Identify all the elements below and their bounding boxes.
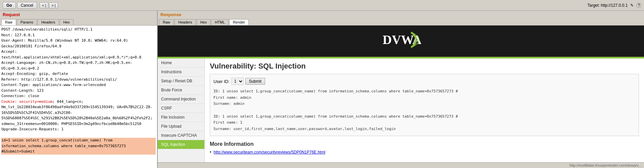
dvwa-nav: Home Instructions Setup / Reset DB Brute… xyxy=(158,58,205,162)
dvwa-logo: DVWA xyxy=(381,31,421,52)
dvwa-page-title: Vulnerability: SQL Injection xyxy=(210,62,639,71)
dvwa-main-content: Vulnerability: SQL Injection User ID: 1 … xyxy=(205,58,644,162)
nav-setup[interactable]: Setup / Reset DB xyxy=(158,77,204,86)
dvwa-frame: DVWA Home Instructions Setup / Reset xyxy=(158,26,644,162)
nav-brute-force[interactable]: Brute Force xyxy=(158,86,204,95)
nav-home[interactable]: Home xyxy=(158,58,204,68)
nav-file-upload[interactable]: File Upload xyxy=(158,122,204,131)
req-line-3: User-Agent: Mozilla/5.0 (Windows NT 10.0… xyxy=(1,38,156,49)
vuln-box: User ID: 1 2 Submit ID: 1 union select 1… xyxy=(210,74,639,136)
req-line-9: Content-Length: 123 xyxy=(1,88,156,94)
main-layout: Request Raw Params Headers Hex POST /dvw… xyxy=(0,11,644,168)
target-info: Target: http://127.0.0.1 ✎ ? xyxy=(587,3,641,8)
req-line-cookie: Cookie: security=medium; 044_lang=cn; Hm… xyxy=(1,99,156,127)
resp-tab-hex[interactable]: Hex xyxy=(197,19,211,25)
req-line-6: Accept-Encoding: gzip, deflate xyxy=(1,71,156,77)
tab-headers[interactable]: Headers xyxy=(38,19,59,25)
result-line-4: ID: 1 union select 1,group_concat(column… xyxy=(213,114,458,119)
req-line-1: POST /dvwa/vulnerabilities/sqli/ HTTP/1.… xyxy=(1,27,156,33)
nav-command-injection[interactable]: Command Injection xyxy=(158,95,204,104)
status-url: http://mutillidae.linuxpentester.com/dvw… xyxy=(569,163,641,167)
status-bar: http://mutillidae.linuxpentester.com/dvw… xyxy=(158,162,644,168)
user-id-select[interactable]: 1 2 xyxy=(231,78,244,85)
top-bar: Go Cancel < | > | Target: http://127.0.0… xyxy=(0,0,644,11)
nav-file-inclusion[interactable]: File Inclusion xyxy=(158,113,204,122)
req-line-10: Connection: close xyxy=(1,93,156,99)
help-icon[interactable]: ? xyxy=(636,3,641,8)
nav-instructions[interactable]: Instructions xyxy=(158,68,204,77)
req-line-7: Referer: http://127.0.0.1/dvwa/vulnerabi… xyxy=(1,77,156,83)
result-output: ID: 1 union select 1,group_concat(column… xyxy=(213,88,635,132)
nav-csrf[interactable]: CSRF xyxy=(158,104,204,113)
resp-tab-raw[interactable]: Raw xyxy=(159,19,174,25)
nav-insecure-captcha[interactable]: Insecure CAPTCHA xyxy=(158,131,204,140)
result-line-3: Surname: admin xyxy=(213,101,245,106)
req-line-2: Host: 127.0.0.1 xyxy=(1,33,156,38)
nav-sql-injection[interactable]: SQL Injection xyxy=(158,140,204,149)
target-label: Target: http://127.0.0.1 xyxy=(587,3,628,8)
resp-tab-render[interactable]: Render xyxy=(229,19,249,25)
dvwa-header: DVWA xyxy=(158,26,644,57)
request-panel: Request Raw Params Headers Hex POST /dvw… xyxy=(0,11,158,168)
more-info-title: More Information xyxy=(210,141,639,147)
more-info-link[interactable]: http://www.securiteam.com/securityreview… xyxy=(214,150,326,155)
req-line-blank xyxy=(1,132,156,138)
result-line-6: Surname: user_id,first_name,last_name,us… xyxy=(213,127,396,131)
resp-tab-headers[interactable]: Headers xyxy=(175,19,196,25)
result-line-1: ID: 1 union select 1,group_concat(column… xyxy=(213,89,458,93)
tab-raw[interactable]: Raw xyxy=(1,19,16,25)
go-button[interactable]: Go xyxy=(3,2,16,9)
cancel-button[interactable]: Cancel xyxy=(17,2,37,9)
bullet-icon: • xyxy=(210,150,211,155)
request-tab-bar: Raw Params Headers Hex xyxy=(0,18,157,26)
edit-icon[interactable]: ✎ xyxy=(630,3,634,8)
response-content: DVWA Home Instructions Setup / Reset xyxy=(158,26,644,162)
response-panel-header: Response xyxy=(158,11,644,18)
req-line-payload: id=1 union select 1,group_concat(column_… xyxy=(1,138,156,155)
result-line-2: First name: admin xyxy=(213,95,251,100)
response-tab-bar: Raw Headers Hex HTML Render xyxy=(158,18,644,26)
request-body: POST /dvwa/vulnerabilities/sqli/ HTTP/1.… xyxy=(0,26,157,168)
user-id-label: User ID: xyxy=(213,79,230,84)
request-panel-header: Request xyxy=(0,11,157,18)
req-line-8: Content-Type: application/x-www-form-url… xyxy=(1,82,156,88)
user-id-row: User ID: 1 2 Submit xyxy=(213,78,635,85)
forward-button[interactable]: > | xyxy=(49,2,58,8)
more-info-links: • http://www.securiteam.com/securityrevi… xyxy=(210,150,639,155)
resp-tab-html[interactable]: HTML xyxy=(211,19,229,25)
tab-hex[interactable]: Hex xyxy=(60,19,74,25)
req-line-upgrade: Upgrade-Insecure-Requests: 1 xyxy=(1,127,156,132)
submit-button[interactable]: Submit xyxy=(245,78,265,85)
req-line-5: Accept-Language: zh-CN,zh;q=0.8,zh-TW;q=… xyxy=(1,60,156,71)
back-button[interactable]: < | xyxy=(40,2,48,8)
tab-params[interactable]: Params xyxy=(17,19,37,25)
response-panel: Response Raw Headers Hex HTML Render DVW… xyxy=(158,11,644,168)
result-line-5: First name: 1 xyxy=(213,120,242,125)
req-line-4: Accept: text/html,application/xhtml+xml,… xyxy=(1,49,156,60)
dvwa-body: Home Instructions Setup / Reset DB Brute… xyxy=(158,58,644,162)
